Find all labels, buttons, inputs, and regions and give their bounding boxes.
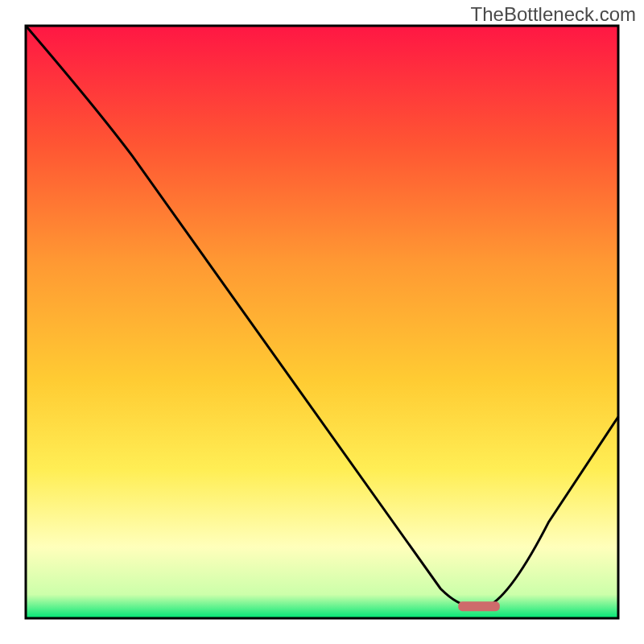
plot-background [26,26,618,618]
bottleneck-chart: TheBottleneck.com [0,0,644,644]
watermark-text: TheBottleneck.com [471,3,636,26]
chart-svg [0,0,644,644]
optimal-marker [458,601,500,611]
